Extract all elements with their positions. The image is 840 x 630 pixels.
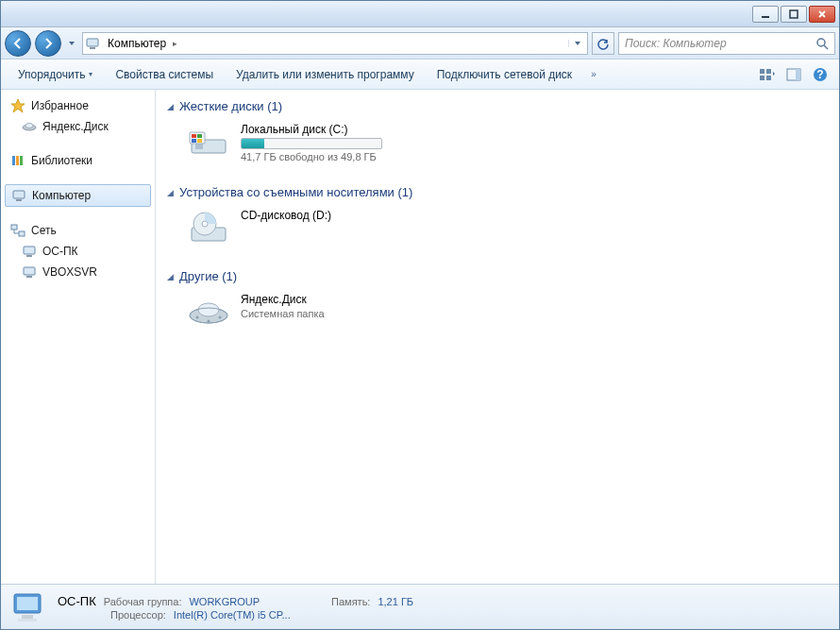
chevron-right-icon[interactable]: ▸ — [173, 39, 177, 48]
category-header[interactable]: ◢ Жесткие диски (1) — [167, 97, 828, 119]
svg-point-39 — [196, 316, 199, 319]
sidebar-network[interactable]: Сеть — [1, 220, 155, 241]
ufo-icon — [186, 293, 231, 331]
address-path: Компьютер ▸ — [104, 35, 564, 52]
svg-point-40 — [208, 320, 210, 323]
svg-point-41 — [219, 316, 222, 319]
ufo-icon — [22, 119, 37, 134]
sidebar-favorites[interactable]: Избранное — [1, 95, 155, 116]
status-cpu-label: Процессор: — [110, 609, 166, 621]
svg-rect-2 — [87, 39, 98, 46]
organize-menu[interactable]: Упорядочить▾ — [8, 64, 102, 85]
drive-local-c[interactable]: Локальный диск (C:) 41,7 ГБ свободно из … — [186, 119, 828, 166]
collapse-icon: ◢ — [167, 188, 174, 197]
svg-rect-5 — [760, 69, 764, 74]
address-dropdown[interactable] — [568, 40, 585, 47]
computer-icon — [22, 264, 37, 280]
svg-rect-43 — [17, 597, 38, 610]
status-memory: 1,21 ГБ — [378, 596, 413, 607]
category-header[interactable]: ◢ Устройства со съемными носителями (1) — [167, 183, 828, 205]
sidebar-item-os-pk[interactable]: ОС-ПК — [1, 241, 155, 262]
svg-rect-44 — [22, 615, 33, 619]
map-network-drive-button[interactable]: Подключить сетевой диск — [428, 64, 581, 85]
svg-rect-30 — [197, 134, 202, 138]
libraries-icon — [10, 153, 25, 168]
svg-text:?: ? — [816, 68, 823, 81]
category-header[interactable]: ◢ Другие (1) — [167, 267, 828, 289]
refresh-button[interactable] — [592, 32, 614, 55]
status-computer-name: ОС-ПК — [58, 594, 96, 608]
computer-icon — [85, 36, 100, 51]
maximize-button[interactable] — [781, 6, 807, 23]
drive-cd-d[interactable]: CD-дисковод (D:) — [186, 205, 828, 250]
svg-rect-22 — [24, 247, 35, 254]
computer-icon — [22, 244, 37, 259]
help-button[interactable]: ? — [809, 63, 832, 86]
computer-icon — [10, 590, 48, 624]
explorer-window: Компьютер ▸ Поиск: Компьютер Упорядочить… — [0, 0, 840, 630]
drive-name: Яндекс.Диск — [241, 293, 325, 306]
computer-icon — [11, 188, 26, 203]
svg-rect-31 — [192, 139, 196, 143]
cd-drive-icon — [186, 209, 231, 247]
preview-pane-button[interactable] — [782, 63, 805, 86]
svg-rect-7 — [760, 76, 764, 80]
back-button[interactable] — [5, 30, 31, 57]
address-segment[interactable]: Компьютер — [104, 35, 170, 52]
address-bar[interactable]: Компьютер ▸ — [82, 32, 588, 55]
collapse-icon: ◢ — [167, 272, 174, 281]
drive-usage-bar — [241, 138, 382, 149]
svg-rect-6 — [766, 69, 771, 74]
network-icon — [10, 223, 25, 238]
uninstall-programs-button[interactable]: Удалить или изменить программу — [227, 64, 424, 85]
star-icon — [10, 98, 25, 113]
svg-rect-16 — [16, 156, 19, 165]
svg-rect-24 — [24, 267, 35, 275]
content-pane: ◢ Жесткие диски (1) Локальный диск (C:) … — [156, 90, 839, 584]
close-button[interactable] — [809, 6, 835, 23]
category-other: ◢ Другие (1) Яндекс.Диск Системная папка — [167, 267, 828, 334]
svg-rect-17 — [20, 156, 23, 165]
search-placeholder: Поиск: Компьютер — [625, 37, 815, 50]
drive-subtitle: Системная папка — [241, 308, 325, 319]
category-removable: ◢ Устройства со съемными носителями (1) … — [167, 183, 828, 250]
toolbar: Упорядочить▾ Свойства системы Удалить ил… — [1, 60, 839, 90]
status-workgroup: WORKGROUP — [189, 596, 260, 607]
svg-rect-8 — [766, 76, 771, 80]
svg-rect-27 — [195, 144, 203, 149]
view-options-button[interactable] — [756, 63, 779, 86]
drive-name: Локальный диск (C:) — [241, 123, 382, 136]
svg-rect-0 — [762, 16, 769, 18]
svg-rect-20 — [11, 225, 17, 230]
category-hard-drives: ◢ Жесткие диски (1) Локальный диск (C:) … — [167, 97, 828, 166]
drive-yandex-disk[interactable]: Яндекс.Диск Системная папка — [186, 289, 828, 334]
forward-button[interactable] — [35, 30, 61, 57]
svg-rect-10 — [796, 69, 800, 80]
toolbar-overflow[interactable]: » — [585, 69, 602, 79]
svg-rect-15 — [12, 156, 15, 165]
titlebar — [1, 1, 839, 27]
svg-point-14 — [25, 124, 33, 128]
status-workgroup-label: Рабочая группа: — [104, 596, 182, 607]
drive-name: CD-дисковод (D:) — [241, 209, 331, 222]
statusbar: ОС-ПК Рабочая группа: WORKGROUP Память: … — [1, 584, 839, 629]
sidebar-libraries[interactable]: Библиотеки — [1, 150, 155, 171]
body: Избранное Яндекс.Диск Библиотеки Компьют… — [1, 90, 839, 584]
sidebar-item-vboxsvr[interactable]: VBOXSVR — [1, 262, 155, 282]
minimize-button[interactable] — [752, 6, 779, 23]
system-properties-button[interactable]: Свойства системы — [106, 64, 223, 85]
sidebar-item-yandex-disk[interactable]: Яндекс.Диск — [1, 116, 155, 137]
svg-rect-25 — [26, 276, 32, 278]
drive-free-space: 41,7 ГБ свободно из 49,8 ГБ — [241, 151, 382, 162]
svg-rect-1 — [790, 10, 798, 18]
sidebar: Избранное Яндекс.Диск Библиотеки Компьют… — [1, 90, 156, 584]
svg-rect-23 — [26, 255, 32, 257]
svg-rect-18 — [13, 191, 25, 198]
status-memory-label: Память: — [331, 596, 370, 607]
svg-rect-21 — [19, 231, 25, 236]
svg-point-35 — [202, 221, 208, 227]
history-dropdown[interactable] — [65, 40, 78, 47]
search-input[interactable]: Поиск: Компьютер — [618, 32, 835, 55]
status-cpu: Intel(R) Core(TM) i5 CP... — [174, 609, 291, 621]
sidebar-computer[interactable]: Компьютер — [5, 184, 151, 207]
